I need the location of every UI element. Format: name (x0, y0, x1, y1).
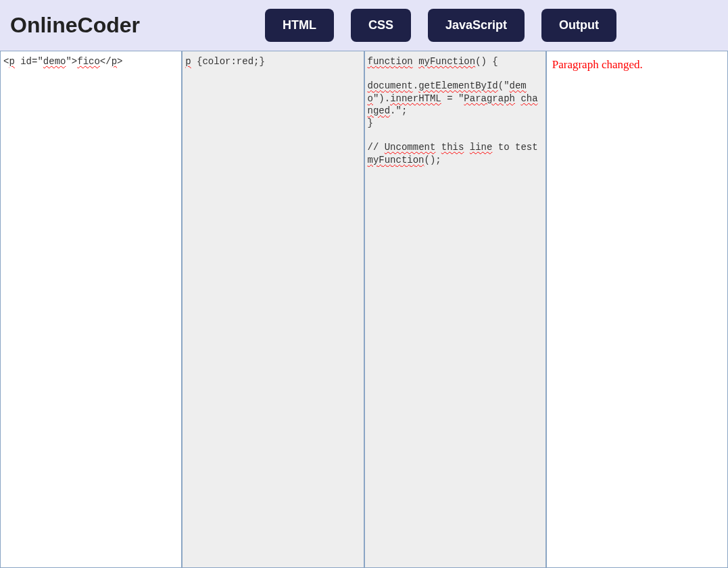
output-panel: Paragraph changed. (546, 51, 728, 568)
output-tab-button[interactable]: Output (541, 9, 616, 42)
html-panel: <p id="demo">fico</p> (0, 51, 182, 568)
tab-button-group: HTML CSS JavaScript Output (265, 9, 616, 42)
html-editor[interactable]: <p id="demo">fico</p> (1, 51, 181, 567)
css-tab-button[interactable]: CSS (351, 9, 411, 42)
javascript-panel: function myFunction() { document.getElem… (364, 51, 546, 568)
app-title: OnlineCoder (10, 13, 140, 38)
css-panel: p {color:red;} (182, 51, 364, 568)
output-content: Paragraph changed. (547, 51, 727, 78)
editor-panels: <p id="demo">fico</p> p {color:red;} fun… (0, 51, 728, 568)
html-tab-button[interactable]: HTML (265, 9, 334, 42)
header-bar: OnlineCoder HTML CSS JavaScript Output (0, 0, 728, 51)
javascript-editor[interactable]: function myFunction() { document.getElem… (365, 51, 545, 567)
javascript-tab-button[interactable]: JavaScript (428, 9, 525, 42)
css-editor[interactable]: p {color:red;} (183, 51, 363, 567)
